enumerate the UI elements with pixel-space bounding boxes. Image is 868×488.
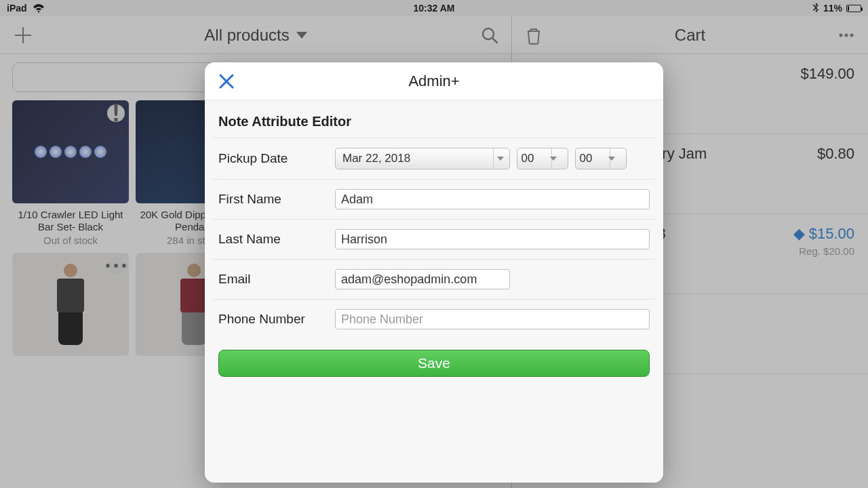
close-button[interactable] <box>217 72 236 91</box>
save-button[interactable]: Save <box>218 350 650 377</box>
pickup-date-label: Pickup Date <box>218 151 321 166</box>
modal-title: Admin+ <box>408 73 459 90</box>
save-button-label: Save <box>418 355 450 371</box>
pickup-minute-value: 00 <box>580 152 604 165</box>
email-label: Email <box>218 272 321 287</box>
pickup-hour-value: 00 <box>521 152 545 165</box>
chevron-down-icon <box>610 148 623 169</box>
pickup-hour-select[interactable]: 00 <box>517 148 568 169</box>
pickup-minute-select[interactable]: 00 <box>575 148 627 169</box>
chevron-down-icon <box>493 148 507 169</box>
phone-input[interactable] <box>335 309 650 329</box>
phone-label: Phone Number <box>218 312 321 327</box>
first-name-label: First Name <box>218 192 321 207</box>
last-name-label: Last Name <box>218 232 321 247</box>
section-title: Note Attribute Editor <box>213 107 655 138</box>
email-input[interactable] <box>335 269 510 289</box>
first-name-input[interactable] <box>335 189 650 209</box>
pickup-date-select[interactable]: Mar 22, 2018 <box>335 148 510 169</box>
chevron-down-icon <box>551 148 565 169</box>
last-name-input[interactable] <box>335 229 650 249</box>
pickup-date-value: Mar 22, 2018 <box>342 152 410 165</box>
admin-modal: Admin+ Note Attribute Editor Pickup Date… <box>205 62 663 483</box>
